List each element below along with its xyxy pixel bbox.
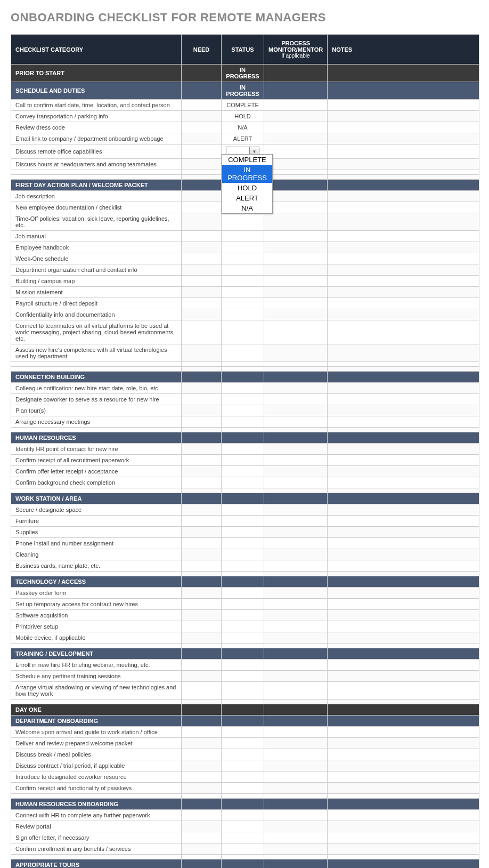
need-cell[interactable] — [182, 383, 222, 394]
need-cell[interactable] — [182, 660, 222, 671]
status-cell[interactable] — [222, 488, 264, 493]
need-cell[interactable] — [182, 821, 222, 832]
pm-cell[interactable] — [264, 832, 328, 843]
pm-cell[interactable] — [264, 276, 328, 287]
pm-cell[interactable] — [264, 444, 328, 455]
need-cell[interactable] — [182, 394, 222, 405]
status-cell[interactable] — [222, 466, 264, 477]
pm-cell[interactable] — [264, 428, 328, 432]
need-cell[interactable] — [182, 644, 222, 648]
notes-cell[interactable] — [328, 549, 479, 560]
need-cell[interactable] — [182, 344, 222, 362]
need-cell[interactable] — [182, 428, 222, 432]
status-cell[interactable] — [222, 538, 264, 549]
pm-cell[interactable] — [264, 122, 328, 133]
pm-cell[interactable] — [264, 133, 328, 144]
need-cell[interactable] — [182, 276, 222, 287]
need-cell[interactable] — [182, 783, 222, 794]
dropdown-option[interactable]: HOLD — [222, 183, 272, 193]
status-cell[interactable] — [222, 832, 264, 843]
need-cell[interactable] — [182, 287, 222, 298]
status-cell[interactable] — [222, 444, 264, 455]
need-cell[interactable] — [182, 810, 222, 821]
notes-cell[interactable] — [328, 100, 479, 111]
status-cell[interactable] — [222, 771, 264, 783]
dropdown-option[interactable]: N/A — [222, 203, 272, 213]
status-cell[interactable] — [222, 276, 264, 287]
notes-cell[interactable] — [328, 320, 479, 344]
status-cell[interactable]: HOLD — [222, 111, 264, 122]
need-cell[interactable] — [182, 455, 222, 466]
need-cell[interactable] — [182, 202, 222, 213]
pm-cell[interactable] — [264, 855, 328, 859]
pm-cell[interactable] — [264, 202, 328, 213]
notes-cell[interactable] — [328, 298, 479, 309]
pm-cell[interactable] — [264, 362, 328, 367]
notes-cell[interactable] — [328, 855, 479, 859]
pm-cell[interactable] — [264, 111, 328, 122]
status-cell[interactable] — [222, 682, 264, 700]
notes-cell[interactable] — [328, 527, 479, 538]
status-cell[interactable] — [222, 213, 264, 231]
status-cell[interactable] — [222, 455, 264, 466]
notes-cell[interactable] — [328, 170, 479, 175]
need-cell[interactable] — [182, 213, 222, 231]
status-cell[interactable] — [222, 760, 264, 771]
notes-cell[interactable] — [328, 111, 479, 122]
pm-cell[interactable] — [264, 405, 328, 416]
pm-cell[interactable] — [264, 727, 328, 738]
need-cell[interactable] — [182, 727, 222, 738]
status-cell[interactable] — [222, 599, 264, 610]
status-cell[interactable] — [222, 660, 264, 671]
notes-cell[interactable] — [328, 405, 479, 416]
notes-cell[interactable] — [328, 191, 479, 202]
need-cell[interactable] — [182, 477, 222, 488]
need-cell[interactable] — [182, 549, 222, 560]
need-cell[interactable] — [182, 560, 222, 572]
need-cell[interactable] — [182, 444, 222, 455]
notes-cell[interactable] — [328, 810, 479, 821]
status-cell[interactable] — [222, 794, 264, 799]
pm-cell[interactable] — [264, 231, 328, 242]
pm-cell[interactable] — [264, 298, 328, 309]
notes-cell[interactable] — [328, 588, 479, 599]
status-cell[interactable] — [222, 549, 264, 560]
pm-cell[interactable] — [264, 516, 328, 527]
need-cell[interactable] — [182, 538, 222, 549]
need-cell[interactable] — [182, 588, 222, 599]
status-cell[interactable]: COMPLETE — [222, 100, 264, 111]
need-cell[interactable] — [182, 771, 222, 783]
notes-cell[interactable] — [328, 644, 479, 648]
pm-cell[interactable] — [264, 504, 328, 516]
pm-cell[interactable] — [264, 213, 328, 231]
pm-cell[interactable] — [264, 771, 328, 783]
status-cell[interactable] — [222, 394, 264, 405]
status-cell[interactable] — [222, 588, 264, 599]
notes-cell[interactable] — [328, 264, 479, 276]
status-cell[interactable] — [222, 477, 264, 488]
status-cell[interactable] — [222, 644, 264, 648]
pm-cell[interactable] — [264, 671, 328, 682]
notes-cell[interactable] — [328, 572, 479, 576]
status-cell[interactable] — [222, 610, 264, 621]
need-cell[interactable] — [182, 144, 222, 159]
notes-cell[interactable] — [328, 144, 479, 159]
notes-cell[interactable] — [328, 610, 479, 621]
pm-cell[interactable] — [264, 344, 328, 362]
notes-cell[interactable] — [328, 749, 479, 760]
pm-cell[interactable] — [264, 549, 328, 560]
notes-cell[interactable] — [328, 231, 479, 242]
need-cell[interactable] — [182, 621, 222, 632]
pm-cell[interactable] — [264, 367, 328, 372]
notes-cell[interactable] — [328, 477, 479, 488]
pm-cell[interactable] — [264, 159, 328, 170]
pm-cell[interactable] — [264, 588, 328, 599]
pm-cell[interactable] — [264, 100, 328, 111]
status-cell[interactable] — [222, 309, 264, 320]
notes-cell[interactable] — [328, 832, 479, 843]
status-cell[interactable]: ▼COMPLETEIN PROGRESSHOLDALERTN/A — [222, 144, 264, 159]
status-cell[interactable] — [222, 560, 264, 572]
status-cell[interactable] — [222, 516, 264, 527]
pm-cell[interactable] — [264, 821, 328, 832]
pm-cell[interactable] — [264, 660, 328, 671]
